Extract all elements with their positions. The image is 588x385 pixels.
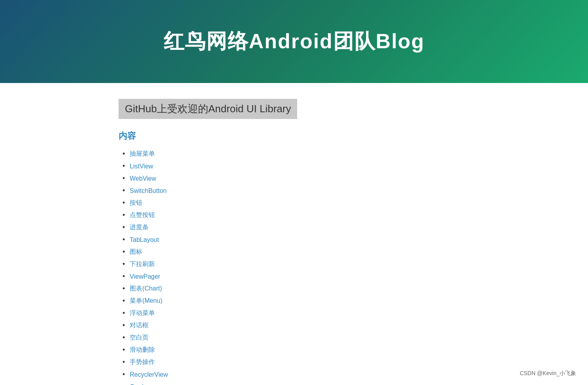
nav-link[interactable]: RecyclerView — [130, 371, 168, 378]
list-item: 点赞按钮 — [122, 211, 469, 219]
nav-link[interactable]: 抽屉菜单 — [130, 150, 155, 158]
footer-credit: CSDN @Kevin_小飞象 — [520, 370, 576, 377]
nav-link[interactable]: 按钮 — [130, 199, 142, 207]
nav-link[interactable]: 下拉刷新 — [130, 260, 155, 268]
nav-link[interactable]: WebView — [130, 175, 156, 182]
page-header: 红鸟网络Android团队Blog — [0, 0, 588, 83]
nav-link[interactable]: 手势操作 — [130, 358, 155, 366]
nav-list: 抽屉菜单ListViewWebViewSwitchButton按钮点赞按钮进度条… — [119, 150, 469, 385]
list-item: ViewPager — [122, 272, 469, 281]
list-item: 空白页 — [122, 334, 469, 342]
list-item: TabLayout — [122, 236, 469, 244]
nav-link[interactable]: TabLayout — [130, 236, 159, 243]
list-item: Card — [122, 383, 469, 385]
nav-link[interactable]: 进度条 — [130, 223, 149, 232]
content-heading: 内容 — [119, 130, 469, 142]
list-item: 滑动删除 — [122, 346, 469, 354]
list-item: 下拉刷新 — [122, 260, 469, 268]
section-title-box: GitHub上受欢迎的Android UI Library — [119, 99, 297, 119]
list-item: 浮动菜单 — [122, 309, 469, 317]
nav-link[interactable]: 点赞按钮 — [130, 211, 155, 219]
list-item: 菜单(Menu) — [122, 297, 469, 305]
list-item: 进度条 — [122, 223, 469, 232]
section-title: GitHub上受欢迎的Android UI Library — [125, 102, 291, 116]
list-item: 手势操作 — [122, 358, 469, 366]
list-item: 按钮 — [122, 199, 469, 207]
nav-link[interactable]: 空白页 — [130, 334, 149, 342]
nav-link[interactable]: ViewPager — [130, 273, 160, 280]
header-title: 红鸟网络Android团队Blog — [164, 28, 425, 55]
nav-link[interactable]: 对话框 — [130, 321, 149, 330]
list-item: WebView — [122, 174, 469, 183]
list-item: SwitchButton — [122, 187, 469, 195]
nav-link[interactable]: 菜单(Menu) — [130, 297, 162, 305]
nav-link[interactable]: 滑动删除 — [130, 346, 155, 354]
nav-link[interactable]: ListView — [130, 163, 153, 170]
nav-link[interactable]: Card — [130, 383, 143, 385]
nav-link[interactable]: SwitchButton — [130, 187, 166, 194]
main-content: GitHub上受欢迎的Android UI Library 内容 抽屉菜单Lis… — [0, 83, 588, 385]
list-item: ListView — [122, 162, 469, 170]
list-item: 对话框 — [122, 321, 469, 330]
nav-link[interactable]: 图表(Chart) — [130, 285, 162, 293]
nav-link[interactable]: 浮动菜单 — [130, 309, 155, 317]
nav-link[interactable]: 图标 — [130, 248, 142, 256]
list-item: RecyclerView — [122, 370, 469, 379]
list-item: 图标 — [122, 248, 469, 256]
list-item: 抽屉菜单 — [122, 150, 469, 158]
list-item: 图表(Chart) — [122, 285, 469, 293]
